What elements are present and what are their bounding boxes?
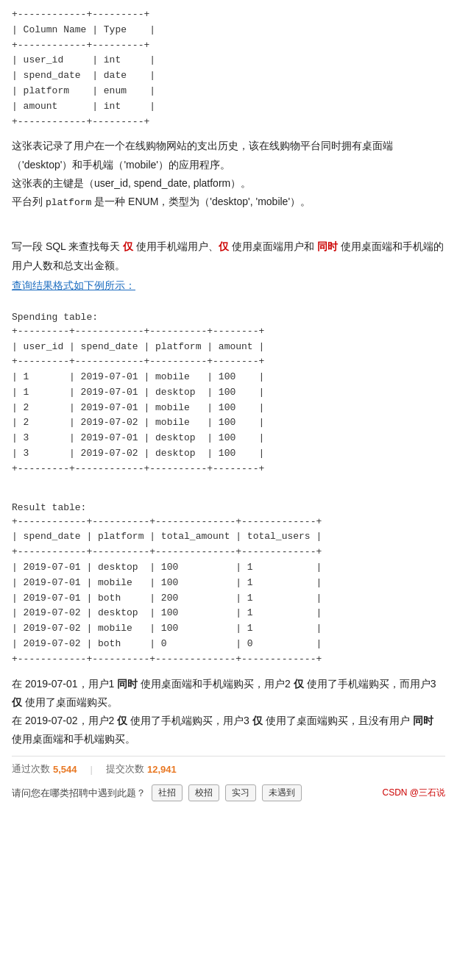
tag-row: 请问您在哪类招聘中遇到此题？ 社招 校招 实习 未遇到 CSDN @三石说 xyxy=(12,784,445,801)
submit-value: 12,941 xyxy=(147,764,177,775)
spending-row-2: | 1 | 2019-07-01 | desktop | 100 | xyxy=(12,385,445,401)
footer-divider: | xyxy=(91,764,93,775)
question-text: 写一段 SQL 来查找每天 仅 使用手机端用户、仅 使用桌面端用户和 同时 使用… xyxy=(12,240,444,271)
spending-border-bot: +---------+------------+----------+-----… xyxy=(12,462,445,477)
result-row-2: | 2019-07-01 | mobile | 100 | 1 | xyxy=(12,576,445,591)
spending-row-4: | 2 | 2019-07-02 | mobile | 100 | xyxy=(12,415,445,431)
schema-section: +------------+---------+ | Column Name |… xyxy=(12,7,445,129)
description-block: 这张表记录了用户在一个在线购物网站的支出历史，该在线购物平台同时拥有桌面端（'d… xyxy=(12,137,445,211)
result-border-bot: +------------+----------+--------------+… xyxy=(12,652,445,668)
spending-row-6: | 3 | 2019-07-02 | desktop | 100 | xyxy=(12,446,445,462)
result-row-5: | 2019-07-02 | mobile | 100 | 1 | xyxy=(12,621,445,637)
result-border-top: +------------+----------+--------------+… xyxy=(12,515,445,530)
schema-row-2: | spend_date | date | xyxy=(12,68,445,84)
pass-value: 5,544 xyxy=(53,764,77,775)
tag-xiaojhao[interactable]: 校招 xyxy=(188,784,219,801)
tag-question-label: 请问您在哪类招聘中遇到此题？ xyxy=(12,787,146,800)
csdn-brand: CSDN @三石说 xyxy=(382,787,445,799)
pass-stat: 通过次数 5,544 xyxy=(12,762,77,776)
schema-border-bot: +------------+---------+ xyxy=(12,115,445,130)
result-border-mid: +------------+----------+--------------+… xyxy=(12,545,445,560)
desc-line-3: 平台列 platform 是一种 ENUM，类型为（'desktop', 'mo… xyxy=(12,196,311,207)
tag-weiyudao[interactable]: 未遇到 xyxy=(262,784,302,801)
spending-row-5: | 3 | 2019-07-01 | desktop | 100 | xyxy=(12,431,445,446)
result-table-label: Result table: xyxy=(12,502,445,513)
tag-shixi[interactable]: 实习 xyxy=(225,784,256,801)
footer-bar: 通过次数 5,544 | 提交次数 12,941 xyxy=(12,756,445,780)
result-row-4: | 2019-07-02 | desktop | 100 | 1 | xyxy=(12,606,445,621)
desc-line-1: 这张表记录了用户在一个在线购物网站的支出历史，该在线购物平台同时拥有桌面端（'d… xyxy=(12,140,393,170)
schema-header: | Column Name | Type | xyxy=(12,23,445,38)
explanation-block: 在 2019-07-01，用户1 同时 使用桌面端和手机端购买，用户2 仅 使用… xyxy=(12,675,445,749)
schema-border-top: +------------+---------+ xyxy=(12,7,445,23)
schema-border-mid: +------------+---------+ xyxy=(12,38,445,54)
tag-shejhao[interactable]: 社招 xyxy=(152,784,183,801)
spending-border-top: +---------+------------+----------+-----… xyxy=(12,324,445,340)
explanation-line-1: 在 2019-07-01，用户1 同时 使用桌面端和手机端购买，用户2 仅 使用… xyxy=(12,678,436,708)
result-row-3: | 2019-07-01 | both | 200 | 1 | xyxy=(12,591,445,607)
schema-row-1: | user_id | int | xyxy=(12,53,445,68)
submit-label: 提交次数 xyxy=(106,762,144,776)
pass-label: 通过次数 xyxy=(12,762,50,776)
format-label: 查询结果格式如下例所示： xyxy=(12,279,445,293)
spending-border-mid: +---------+------------+----------+-----… xyxy=(12,354,445,370)
schema-row-3: | platform | enum | xyxy=(12,84,445,99)
spending-row-1: | 1 | 2019-07-01 | mobile | 100 | xyxy=(12,370,445,385)
spending-row-3: | 2 | 2019-07-01 | mobile | 100 | xyxy=(12,401,445,416)
schema-row-4: | amount | int | xyxy=(12,99,445,115)
result-row-6: | 2019-07-02 | both | 0 | 0 | xyxy=(12,637,445,652)
desc-line-2: 这张表的主键是（user_id, spend_date, platform）。 xyxy=(12,177,251,189)
result-header: | spend_date | platform | total_amount |… xyxy=(12,529,445,545)
result-table-section: Result table: +------------+----------+-… xyxy=(12,502,445,668)
spending-table-section: Spending table: +---------+------------+… xyxy=(12,312,445,477)
spending-table-label: Spending table: xyxy=(12,312,445,323)
explanation-line-2: 在 2019-07-02，用户2 仅 使用了手机端购买，用户3 仅 使用了桌面端… xyxy=(12,715,433,745)
question-block: 写一段 SQL 来查找每天 仅 使用手机端用户、仅 使用桌面端用户和 同时 使用… xyxy=(12,237,445,274)
submit-stat: 提交次数 12,941 xyxy=(106,762,177,776)
result-row-1: | 2019-07-01 | desktop | 100 | 1 | xyxy=(12,560,445,576)
spending-header: | user_id | spend_date | platform | amou… xyxy=(12,340,445,355)
